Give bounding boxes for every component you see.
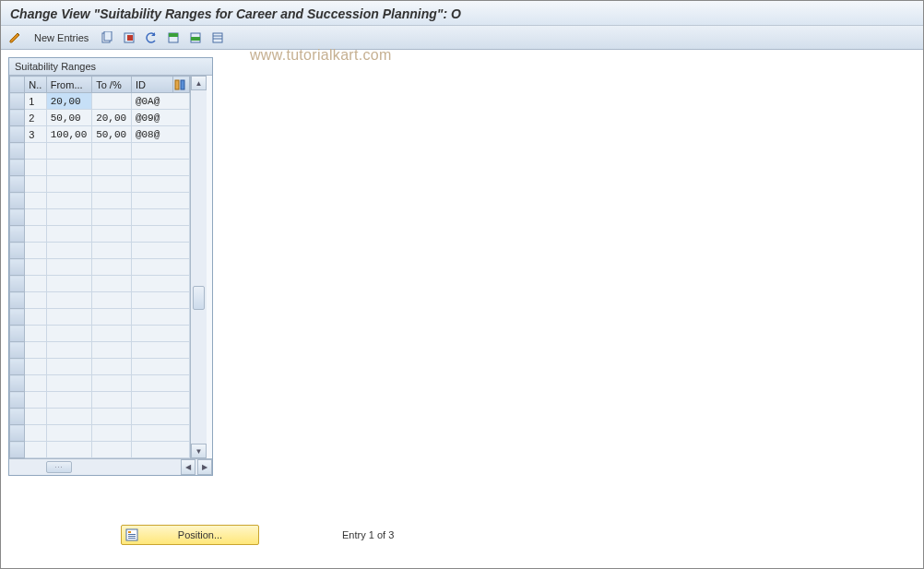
table-row[interactable]: 120,00@0A@ <box>10 93 190 110</box>
table-row[interactable] <box>10 326 190 342</box>
cell-from[interactable] <box>46 292 91 309</box>
row-selector[interactable] <box>10 126 25 143</box>
table-row[interactable] <box>10 359 190 375</box>
new-entries-button[interactable]: New Entries <box>29 32 94 43</box>
cell-from[interactable] <box>46 425 91 442</box>
table-row[interactable]: 3100,0050,00@08@ <box>10 126 190 143</box>
cell-id[interactable] <box>131 209 189 226</box>
cell-n[interactable] <box>25 226 46 243</box>
cell-n[interactable] <box>25 309 46 326</box>
vertical-scrollbar[interactable]: ▲ ▼ <box>190 76 207 458</box>
row-selector[interactable] <box>10 93 25 110</box>
cell-id[interactable] <box>131 292 189 309</box>
table-row[interactable] <box>10 209 190 226</box>
table-row[interactable] <box>10 392 190 409</box>
row-selector[interactable] <box>10 442 25 458</box>
cell-n[interactable] <box>25 409 46 425</box>
cell-n[interactable] <box>25 442 46 458</box>
cell-from[interactable] <box>46 309 91 326</box>
scroll-left-icon[interactable]: ◀ <box>181 459 195 475</box>
cell-id[interactable] <box>131 425 189 442</box>
cell-to[interactable] <box>92 143 132 160</box>
col-n[interactable]: N.. <box>25 77 46 93</box>
table-row[interactable] <box>10 309 190 326</box>
table-settings-icon[interactable] <box>172 77 189 93</box>
cell-to[interactable] <box>92 226 132 243</box>
cell-id[interactable] <box>131 359 189 375</box>
table-row[interactable] <box>10 176 190 193</box>
col-from[interactable]: From... <box>46 77 91 93</box>
row-selector[interactable] <box>10 342 25 359</box>
hscroll-thumb[interactable]: ··· <box>46 461 72 473</box>
cell-n[interactable]: 1 <box>25 93 46 110</box>
cell-from[interactable] <box>46 259 91 276</box>
row-selector[interactable] <box>10 209 25 226</box>
cell-n[interactable] <box>25 359 46 375</box>
scroll-right-icon[interactable]: ▶ <box>197 459 212 475</box>
cell-from[interactable] <box>46 209 91 226</box>
deselect-all-icon[interactable] <box>208 29 227 47</box>
row-selector[interactable] <box>10 176 25 193</box>
cell-from[interactable] <box>46 392 91 409</box>
cell-from[interactable] <box>46 176 91 193</box>
cell-id[interactable] <box>131 259 189 276</box>
row-selector[interactable] <box>10 309 25 326</box>
row-selector[interactable] <box>10 276 25 292</box>
cell-from[interactable] <box>46 193 91 209</box>
cell-n[interactable] <box>25 160 46 176</box>
cell-n[interactable] <box>25 143 46 160</box>
cell-id[interactable] <box>131 176 189 193</box>
cell-n[interactable] <box>25 259 46 276</box>
row-selector[interactable] <box>10 193 25 209</box>
cell-n[interactable] <box>25 375 46 392</box>
cell-id[interactable] <box>131 309 189 326</box>
table-row[interactable] <box>10 409 190 425</box>
table-row[interactable] <box>10 143 190 160</box>
select-block-icon[interactable] <box>186 29 205 47</box>
cell-id[interactable] <box>131 342 189 359</box>
cell-from[interactable] <box>46 326 91 342</box>
table-row[interactable] <box>10 292 190 309</box>
cell-to[interactable] <box>92 309 132 326</box>
cell-to[interactable] <box>92 259 132 276</box>
cell-n[interactable] <box>25 292 46 309</box>
cell-to[interactable] <box>92 359 132 375</box>
cell-to[interactable] <box>92 342 132 359</box>
table-row[interactable] <box>10 226 190 243</box>
cell-to[interactable] <box>92 93 132 110</box>
row-selector[interactable] <box>10 259 25 276</box>
cell-n[interactable]: 2 <box>25 110 46 126</box>
cell-to[interactable] <box>92 209 132 226</box>
cell-id[interactable] <box>131 409 189 425</box>
table-row[interactable] <box>10 193 190 209</box>
cell-from[interactable] <box>46 160 91 176</box>
row-selector[interactable] <box>10 160 25 176</box>
cell-id[interactable]: @09@ <box>131 110 189 126</box>
cell-id[interactable] <box>131 442 189 458</box>
cell-to[interactable] <box>92 176 132 193</box>
cell-id[interactable] <box>131 243 189 259</box>
row-selector[interactable] <box>10 425 25 442</box>
col-id[interactable]: ID <box>131 77 172 93</box>
cell-to[interactable] <box>92 425 132 442</box>
cell-id[interactable] <box>131 392 189 409</box>
cell-from[interactable] <box>46 359 91 375</box>
row-selector[interactable] <box>10 359 25 375</box>
select-all-icon[interactable] <box>164 29 183 47</box>
cell-from[interactable] <box>46 276 91 292</box>
table-row[interactable] <box>10 276 190 292</box>
cell-to[interactable] <box>92 276 132 292</box>
cell-id[interactable]: @08@ <box>131 126 189 143</box>
cell-from[interactable] <box>46 375 91 392</box>
cell-to[interactable] <box>92 375 132 392</box>
copy-icon[interactable] <box>98 29 116 47</box>
cell-n[interactable] <box>25 209 46 226</box>
cell-to[interactable] <box>92 442 132 458</box>
cell-from[interactable]: 50,00 <box>46 110 91 126</box>
cell-to[interactable] <box>92 292 132 309</box>
cell-id[interactable]: @0A@ <box>131 93 189 110</box>
cell-to[interactable]: 20,00 <box>92 110 132 126</box>
cell-from[interactable] <box>46 342 91 359</box>
table-row[interactable] <box>10 425 190 442</box>
row-selector[interactable] <box>10 143 25 160</box>
